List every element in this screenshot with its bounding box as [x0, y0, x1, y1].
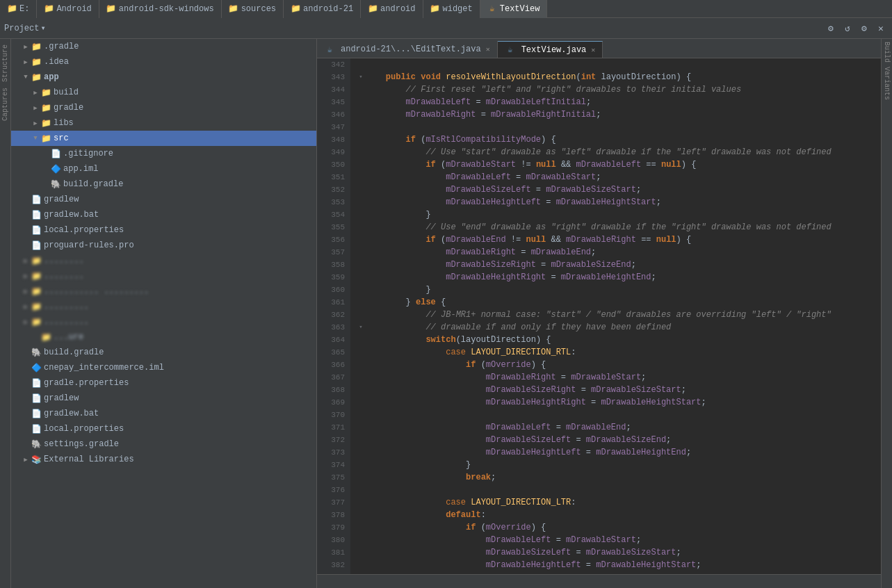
tree-item-settings-gradle[interactable]: 🐘 settings.gradle [11, 436, 316, 452]
tree-label: build [54, 88, 79, 97]
code-line-378: default: [356, 509, 881, 521]
code-line-362: // JB-MR1+ normal case: "start" / "end" … [356, 309, 881, 321]
folder-icon: 📁 [40, 133, 51, 144]
line-355: 355 [317, 221, 350, 234]
folder-icon: 📁 [31, 286, 42, 297]
line-378: 378 [317, 509, 350, 521]
tab-textview-editor[interactable]: ☕ TextView.java ✕ [498, 41, 603, 58]
tab-textview[interactable]: ☕ TextView [480, 0, 548, 18]
build-variants-label[interactable]: Build Variants [882, 39, 892, 103]
close-edittext-btn[interactable]: ✕ [486, 45, 490, 54]
tree-label: app [44, 72, 59, 82]
tab-widget-label: widget [443, 4, 473, 14]
tree-item-app-iml[interactable]: 🔷 app.iml [11, 161, 316, 177]
file-icon: 📄 [31, 224, 42, 236]
tab-e-label: E: [19, 4, 29, 14]
line-364: 364 [317, 334, 350, 346]
code-line-380: mDrawableLeft = mDrawableStart; [356, 534, 881, 546]
folder-icon: 📁 [31, 72, 42, 83]
tab-android21[interactable]: 📁 android-21 [284, 0, 361, 18]
no-arrow [21, 195, 31, 204]
folder-icon: 📁 [31, 316, 42, 327]
code-line-345: mDrawableLeft = mDrawableLeftInitial; [356, 96, 881, 108]
no-arrow [40, 149, 50, 158]
tree-label: gradle [54, 103, 83, 113]
line-346: 346 [317, 108, 350, 121]
tree-item-blurred4[interactable]: ▶ 📁 ......... [11, 299, 316, 314]
tree-item-build-gradle-app[interactable]: 🐘 build.gradle [11, 177, 316, 192]
tree-item-idea[interactable]: ▶ 📁 .idea [11, 54, 316, 70]
tree-item-gitignore[interactable]: 📄 .gitignore [11, 146, 316, 161]
gear-btn[interactable]: ⚙ [857, 22, 871, 35]
line-345: 345 [317, 96, 350, 108]
folder-icon: 📁 [40, 117, 51, 129]
line-352: 352 [317, 183, 350, 196]
line-373: 373 [317, 446, 350, 459]
tree-item-src[interactable]: ▼ 📁 src [11, 131, 316, 146]
java-icon: ☕ [487, 4, 497, 14]
folder-icon: 📁 [31, 255, 42, 266]
tree-label: gradlew.bat [44, 409, 99, 418]
tab-e[interactable]: 📁 E: [0, 0, 37, 18]
tab-android-label: Android [56, 4, 91, 14]
line-344: 344 [317, 83, 350, 96]
tree-item-build-gradle-root[interactable]: 🐘 build.gradle [11, 345, 316, 360]
no-arrow [40, 179, 50, 189]
tree-item-local-props[interactable]: 📄 local.properties [11, 222, 316, 238]
tree-item-external-libs[interactable]: ▶ 📚 External Libraries [11, 452, 316, 467]
no-arrow [21, 409, 31, 418]
tree-item-blurred-sub[interactable]: 📁 ...ure [11, 329, 316, 345]
arrow-icon: ▶ [31, 103, 40, 113]
close-panel-btn[interactable]: ✕ [874, 22, 888, 35]
tree-item-gradle-props[interactable]: 📄 gradle.properties [11, 375, 316, 391]
tab-widget[interactable]: 📁 widget [423, 0, 480, 18]
settings-btn[interactable]: ⚙ [824, 22, 838, 35]
tab-edittext[interactable]: ☕ android-21\...\EditText.java ✕ [317, 41, 498, 58]
sidebar-structure[interactable]: Structure [0, 42, 10, 85]
tree-item-app[interactable]: ▼ 📁 app [11, 70, 316, 85]
project-panel: ▶ 📁 .gradle ▶ 📁 .idea ▼ 📁 app ▶ [11, 39, 317, 588]
file-icon: 📄 [31, 423, 42, 434]
tree-item-local-props2[interactable]: 📄 local.properties [11, 421, 316, 436]
tree-item-libs[interactable]: ▶ 📁 libs [11, 115, 316, 131]
tree-label: ......... [44, 317, 89, 327]
tree-item-gradlew2[interactable]: 📄 gradlew [11, 391, 316, 406]
tree-item-gradlew[interactable]: 📄 gradlew [11, 192, 316, 207]
tab-textview-label: TextView [500, 4, 540, 14]
sync-btn[interactable]: ↺ [841, 22, 854, 35]
tree-label: local.properties [44, 225, 124, 235]
tree-label: libs [54, 118, 74, 128]
tree-item-blurred3[interactable]: ▶ 📁 ........... ......... [11, 284, 316, 299]
code-line-365: case LAYOUT_DIRECTION_RTL: [356, 346, 881, 359]
project-dropdown[interactable]: Project ▾ [4, 23, 46, 33]
tree-item-build[interactable]: ▶ 📁 build [11, 85, 316, 100]
close-textview-btn[interactable]: ✕ [591, 46, 595, 54]
tree-item-proguard[interactable]: 📄 proguard-rules.pro [11, 238, 316, 253]
sidebar-captures[interactable]: Captures [0, 85, 10, 124]
tree-item-blurred5[interactable]: ▶ 📁 ......... [11, 314, 316, 329]
line-359: 359 [317, 271, 350, 284]
tree-item-gradle-hidden[interactable]: ▶ 📁 .gradle [11, 39, 316, 54]
tree-item-cnepay-iml[interactable]: 🔷 cnepay_intercommerce.iml [11, 360, 316, 375]
tab-sdk[interactable]: 📁 android-sdk-windows [99, 0, 222, 18]
tree-label: local.properties [44, 424, 124, 434]
tab-android[interactable]: 📁 Android [37, 0, 99, 18]
tab-android21-label: android-21 [303, 4, 353, 14]
module-icon: 🔷 [50, 163, 61, 174]
tree-label: ......... [44, 302, 89, 311]
tree-item-blurred1[interactable]: ▶ 📁 ........ [11, 253, 316, 268]
tree-item-blurred2[interactable]: ▶ 📁 ........ [11, 268, 316, 284]
tree-item-gradlew-bat2[interactable]: 📄 gradlew.bat [11, 406, 316, 421]
tab-sources-label: sources [241, 4, 276, 14]
code-line-361: } else { [356, 296, 881, 309]
arrow-icon: ▶ [21, 455, 31, 464]
tree-item-gradle[interactable]: ▶ 📁 gradle [11, 100, 316, 115]
tab-android2[interactable]: 📁 android [361, 0, 423, 18]
tab-sources[interactable]: 📁 sources [222, 0, 284, 18]
tree-label: proguard-rules.pro [44, 240, 134, 250]
code-content[interactable]: ▾ public void resolveWithLayoutDirection… [350, 58, 881, 574]
line-343: 343 [317, 71, 350, 83]
tree-item-gradlew-bat[interactable]: 📄 gradlew.bat [11, 207, 316, 222]
arrow-icon: ▶ [21, 286, 31, 296]
editor-panel: ☕ android-21\...\EditText.java ✕ ☕ TextV… [317, 39, 881, 588]
